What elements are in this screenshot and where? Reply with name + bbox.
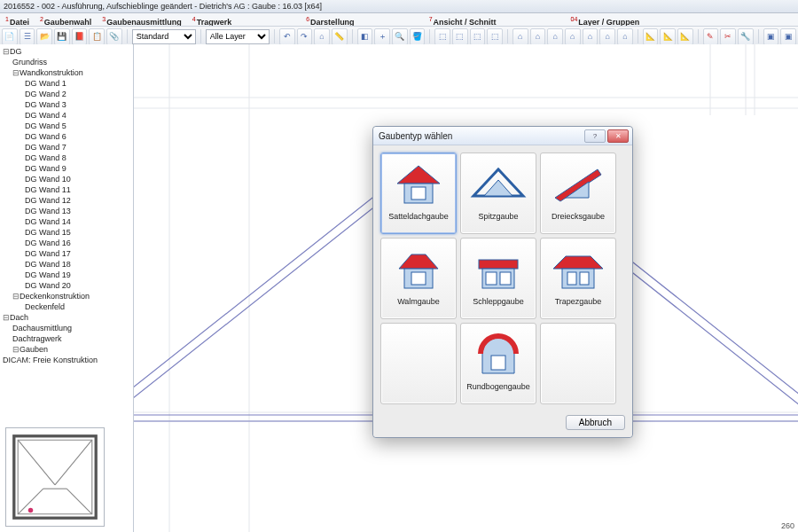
dormer-option-label: Rundbogengaube: [466, 382, 530, 391]
tree-wandkonstruktion[interactable]: Wandkonstruktion: [20, 68, 83, 77]
tb-o-icon[interactable]: ✎: [703, 28, 719, 45]
tree-deckenkonstruktion[interactable]: Deckenkonstruktion: [20, 292, 90, 301]
menu-darstellung[interactable]: 6Darstellung: [301, 13, 359, 26]
tb-add-icon[interactable]: ＋: [374, 28, 390, 45]
svg-rect-32: [500, 272, 511, 285]
tb-m-icon[interactable]: 📐: [660, 28, 676, 45]
tree-wall-item[interactable]: DG Wand 5: [25, 121, 66, 130]
tree-grundriss[interactable]: Grundriss: [12, 58, 47, 66]
tb-undo-icon[interactable]: ↶: [279, 28, 295, 45]
tb-q-icon[interactable]: 🔧: [738, 28, 754, 45]
tb-new-icon[interactable]: 📄: [2, 28, 18, 45]
tb-d-icon[interactable]: ⬚: [487, 28, 503, 45]
tb-cube-icon[interactable]: ◧: [357, 28, 373, 45]
tb-zoom-icon[interactable]: 🔍: [392, 28, 408, 45]
svg-marker-33: [553, 256, 603, 269]
tree-wall-item[interactable]: DG Wand 7: [25, 143, 66, 152]
plan-overview[interactable]: [5, 427, 105, 527]
dialog-abort-button[interactable]: Abbruch: [566, 415, 625, 430]
tb-g-icon[interactable]: ⌂: [547, 28, 563, 45]
tb-j-icon[interactable]: ⌂: [599, 28, 615, 45]
tree-wall-item[interactable]: DG Wand 2: [25, 90, 66, 98]
tb-e-icon[interactable]: ⌂: [512, 28, 528, 45]
tb-home-icon[interactable]: ⌂: [314, 28, 330, 45]
tree-wall-item[interactable]: DG Wand 3: [25, 100, 66, 109]
tree-wall-item[interactable]: DG Wand 4: [25, 111, 66, 120]
svg-line-16: [66, 489, 92, 514]
tree-wall-item[interactable]: DG Wand 13: [25, 207, 71, 215]
tree-wall-item[interactable]: DG Wand 16: [25, 239, 71, 247]
dormer-option-empty2: [540, 323, 616, 404]
tb-book-icon[interactable]: 📕: [72, 28, 88, 45]
tb-r-icon[interactable]: ▣: [763, 28, 779, 45]
tree-deckenfeld[interactable]: Deckenfeld: [25, 302, 65, 311]
tree-dachtragwerk[interactable]: Dachtragwerk: [12, 334, 62, 343]
tree-wall-item[interactable]: DG Wand 18: [25, 260, 71, 269]
tree-wall-item[interactable]: DG Wand 1: [25, 79, 66, 88]
tree-wall-item[interactable]: DG Wand 15: [25, 228, 71, 237]
tree-wall-item[interactable]: DG Wand 20: [25, 281, 71, 290]
svg-rect-29: [479, 260, 518, 269]
dialog-close-button[interactable]: ✕: [607, 129, 629, 143]
tree-wall-item[interactable]: DG Wand 9: [25, 164, 66, 173]
tb-a-icon[interactable]: ⬚: [434, 28, 450, 45]
menu-layer-gruppen[interactable]: 04Layer / Gruppen: [566, 13, 645, 26]
menu-datei[interactable]: 1Datei: [0, 13, 35, 26]
tb-redo-icon[interactable]: ↷: [297, 28, 313, 45]
svg-marker-26: [399, 254, 438, 269]
tree-wall-item[interactable]: DG Wand 19: [25, 270, 71, 279]
tb-ruler-icon[interactable]: 📏: [332, 28, 348, 45]
tb-sheet-icon[interactable]: 📋: [89, 28, 105, 45]
svg-line-14: [55, 440, 92, 485]
tree-wall-item[interactable]: DG Wand 11: [25, 185, 71, 194]
tb-c-icon[interactable]: ⬚: [470, 28, 486, 45]
tb-f-icon[interactable]: ⌂: [530, 28, 546, 45]
dialog-help-button[interactable]: ?: [584, 129, 606, 143]
dormer-option-rundbogen[interactable]: Rundbogengaube: [460, 323, 536, 404]
tb-n-icon[interactable]: 📐: [677, 28, 693, 45]
menu-ansicht-schnitt[interactable]: 7Ansicht / Schnitt: [424, 13, 502, 26]
tree-dicam[interactable]: DICAM: Freie Konstruktion: [3, 356, 98, 364]
dormer-option-satteldach[interactable]: Satteldachgaube: [380, 153, 457, 234]
tb-k-icon[interactable]: ⌂: [617, 28, 633, 45]
tree-wall-item[interactable]: DG Wand 10: [25, 175, 71, 184]
tb-tree-icon[interactable]: ☰: [20, 28, 35, 45]
tb-open-icon[interactable]: 📂: [36, 28, 52, 45]
tree-wall-item[interactable]: DG Wand 6: [25, 132, 66, 141]
tb-s-icon[interactable]: ▣: [780, 28, 796, 45]
menu-tragwerk[interactable]: 4Tragwerk: [187, 13, 237, 26]
dormer-option-label: Trapezgaube: [555, 297, 602, 306]
tb-fill-icon[interactable]: 🪣: [410, 28, 426, 45]
tb-i-icon[interactable]: ⌂: [583, 28, 598, 45]
dormer-option-dreieck[interactable]: Dreiecksgaube: [540, 153, 616, 234]
tree-root[interactable]: DG: [10, 47, 22, 56]
layer-select[interactable]: Alle Layer: [206, 29, 270, 44]
dormer-option-label: Schleppgaube: [473, 297, 524, 306]
tb-l-icon[interactable]: 📐: [643, 28, 659, 45]
tree-wall-item[interactable]: DG Wand 12: [25, 196, 71, 205]
menu-gaubenwahl[interactable]: 2Gaubenwahl: [35, 13, 97, 26]
tree-wall-item[interactable]: DG Wand 8: [25, 153, 66, 162]
tb-b-icon[interactable]: ⬚: [452, 28, 468, 45]
menu-gaubenausmittlung[interactable]: 3Gaubenausmittlung: [97, 13, 186, 26]
tb-p-icon[interactable]: ✂: [720, 28, 736, 45]
window-titlebar: 2016552 - 002 - Ausführung, Aufschieblin…: [0, 0, 798, 13]
tree-gauben[interactable]: Gauben: [20, 345, 48, 354]
dormer-option-walm[interactable]: Walmgaube: [380, 238, 457, 319]
dormer-option-trapez[interactable]: Trapezgaube: [540, 238, 616, 319]
tb-save-icon[interactable]: 💾: [54, 28, 70, 45]
tree-dach[interactable]: Dach: [10, 313, 28, 322]
dormer-option-spitz[interactable]: Spitzgaube: [460, 153, 536, 234]
tree-wall-item[interactable]: DG Wand 17: [25, 249, 71, 258]
dormer-option-schlepp[interactable]: Schleppgaube: [460, 238, 536, 319]
tb-clip-icon[interactable]: 📎: [106, 28, 122, 45]
dormer-option-label: Satteldachgaube: [388, 212, 449, 221]
tb-h-icon[interactable]: ⌂: [565, 28, 581, 45]
view-select[interactable]: Standard: [132, 29, 196, 44]
tree-dachausmittlung[interactable]: Dachausmittlung: [12, 324, 72, 332]
tree-wall-item[interactable]: DG Wand 14: [25, 217, 71, 226]
svg-rect-37: [491, 356, 505, 370]
svg-rect-35: [567, 272, 576, 285]
svg-rect-36: [580, 272, 589, 285]
dialog-titlebar[interactable]: Gaubentyp wählen ? ✕: [373, 127, 632, 145]
